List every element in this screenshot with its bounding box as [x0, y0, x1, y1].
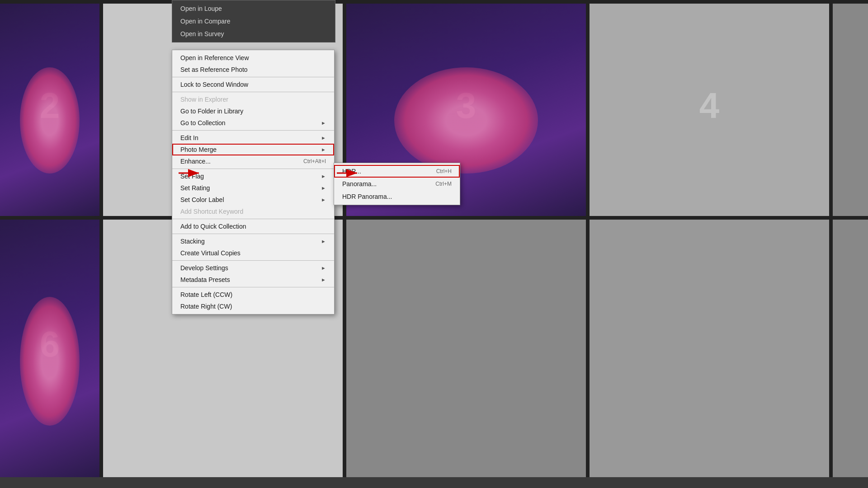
context-menu: Open in Reference View Set as Reference … [172, 50, 335, 314]
red-arrow-2 [335, 166, 362, 180]
photo-cell-10 [833, 220, 868, 477]
divider-v1 [99, 4, 103, 216]
menu-item-metadata-presets[interactable]: Metadata Presets ► [172, 274, 334, 286]
red-arrow-1 [176, 166, 203, 180]
menu-item-lock-second-window[interactable]: Lock to Second Window [172, 79, 334, 90]
photo-cell-5 [833, 4, 868, 216]
menu-item-go-to-collection[interactable]: Go to Collection ► [172, 117, 334, 129]
divider-v8 [829, 220, 833, 477]
divider-v6 [343, 220, 346, 477]
photo-cell-8 [346, 220, 586, 477]
photo-cell-4: 4 [590, 4, 829, 216]
divider-mid [0, 216, 868, 220]
menu-item-open-compare[interactable]: Open in Compare [172, 15, 335, 28]
menu-item-create-virtual-copies[interactable]: Create Virtual Copies [172, 247, 334, 259]
arrow-edit-in: ► [321, 135, 326, 141]
separator-7 [172, 260, 334, 261]
arrow-set-rating: ► [321, 185, 326, 191]
menu-item-go-to-folder[interactable]: Go to Folder in Library [172, 105, 334, 117]
arrow-metadata-presets: ► [321, 277, 326, 282]
arrow-set-flag: ► [321, 174, 326, 179]
menu-item-open-reference-view[interactable]: Open in Reference View [172, 52, 334, 64]
separator-2 [172, 92, 334, 92]
menu-item-add-shortcut-keyword[interactable]: Add Shortcut Keyword [172, 206, 334, 217]
menu-item-open-survey[interactable]: Open in Survey [172, 28, 335, 40]
photo-grid: 2 3 4 6 [0, 0, 868, 488]
arrow-photo-merge: ► [321, 147, 326, 152]
menu-item-set-rating[interactable]: Set Rating ► [172, 182, 334, 194]
menu-item-edit-in[interactable]: Edit In ► [172, 132, 334, 144]
menu-item-add-to-quick-collection[interactable]: Add to Quick Collection [172, 221, 334, 232]
menu-item-stacking[interactable]: Stacking ► [172, 235, 334, 247]
divider-v4 [829, 4, 833, 216]
menu-item-set-reference-photo[interactable]: Set as Reference Photo [172, 64, 334, 75]
menu-item-enhance[interactable]: Enhance... Ctrl+Alt+I [172, 155, 334, 167]
photo-cell-1: 2 [0, 4, 99, 216]
arrow-go-to-collection: ► [321, 120, 326, 126]
top-menu-strip: Open in Loupe Open in Compare Open in Su… [172, 0, 335, 42]
arrow-develop-settings: ► [321, 265, 326, 271]
menu-item-rotate-right[interactable]: Rotate Right (CW) [172, 300, 334, 312]
menu-item-open-loupe[interactable]: Open in Loupe [172, 2, 335, 15]
menu-item-show-in-explorer[interactable]: Show in Explorer [172, 94, 334, 105]
separator-6 [172, 234, 334, 234]
photo-cell-9 [590, 220, 829, 477]
photo-cell-6: 6 [0, 220, 99, 477]
menu-item-rotate-left[interactable]: Rotate Left (CCW) [172, 289, 334, 300]
divider-top [0, 0, 868, 4]
menu-item-photo-merge[interactable]: Photo Merge ► [172, 144, 334, 155]
arrow-stacking: ► [321, 239, 326, 244]
separator-8 [172, 287, 334, 287]
divider-v3 [586, 4, 590, 216]
divider-v5 [99, 220, 103, 477]
divider-v7 [586, 220, 590, 477]
separator-3 [172, 130, 334, 131]
menu-item-develop-settings[interactable]: Develop Settings ► [172, 262, 334, 274]
menu-item-set-color-label[interactable]: Set Color Label ► [172, 194, 334, 206]
separator-1 [172, 77, 334, 77]
submenu-item-hdr-panorama[interactable]: HDR Panorama... [334, 190, 460, 203]
arrow-set-color-label: ► [321, 197, 326, 202]
separator-5 [172, 219, 334, 219]
